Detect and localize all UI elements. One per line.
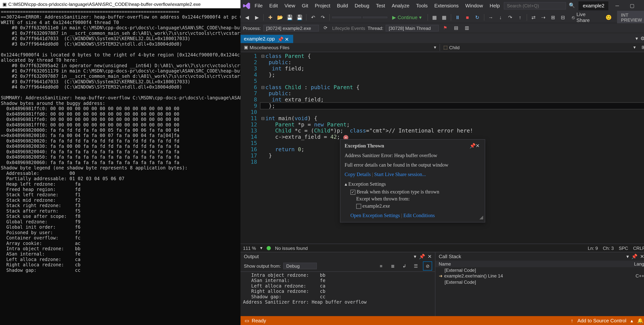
console-titlebar[interactable]: ▣ C:\MSDN\cpp-docs-pr\docs\c-language\AS… bbox=[0, 0, 240, 8]
callstack-row[interactable]: [External Code] bbox=[436, 267, 644, 273]
break-when-checkbox[interactable]: ✓ bbox=[350, 190, 355, 195]
eol-mode[interactable]: CRLF bbox=[633, 246, 644, 250]
lifecycle-label[interactable]: Lifecycle Events bbox=[332, 25, 365, 30]
process-dropdown[interactable]: [30724] example2.exe bbox=[263, 25, 319, 31]
thread-dropdown[interactable]: [30728] Main Thread bbox=[386, 25, 438, 31]
out-wrap-icon[interactable]: ↲ bbox=[400, 262, 408, 270]
menu-analyze[interactable]: Analyze bbox=[388, 1, 413, 10]
liveshare-button[interactable]: ⎋ Live Share bbox=[568, 10, 603, 24]
search-icon[interactable]: 🔍 bbox=[569, 2, 576, 9]
menu-help[interactable]: Help bbox=[486, 1, 503, 10]
flag-icon[interactable]: ⚑ bbox=[441, 24, 450, 32]
redo-icon[interactable]: ↷ bbox=[319, 13, 327, 21]
dbg-hex-icon[interactable]: ▦ bbox=[440, 13, 448, 21]
callstack-col-name[interactable]: Name bbox=[439, 261, 628, 266]
output-close-icon[interactable]: ✕ bbox=[428, 254, 432, 259]
source-control-up-icon[interactable]: ↑ bbox=[571, 318, 573, 324]
start-liveshare-link[interactable]: Start Live Share session... bbox=[374, 171, 426, 177]
project-icon: ▣ bbox=[244, 45, 248, 50]
out-clear-icon[interactable]: ⊘ bbox=[424, 262, 432, 270]
stop-icon[interactable]: ■ bbox=[464, 13, 472, 21]
nav-split-icon[interactable]: ⊞ bbox=[639, 43, 644, 52]
output-pin-icon[interactable]: 📌 bbox=[419, 254, 425, 259]
menu-window[interactable]: Window bbox=[462, 1, 486, 10]
minimize-button[interactable]: ─ bbox=[610, 1, 624, 10]
dbg-winopts-icon[interactable]: ▦ bbox=[430, 13, 438, 21]
new-icon[interactable]: ✚ bbox=[266, 13, 274, 21]
break-all-icon[interactable]: ⏸ bbox=[454, 13, 462, 21]
callstack-dropdown-icon[interactable]: ▾ bbox=[626, 254, 629, 259]
notifications-icon[interactable]: 🔔 bbox=[637, 318, 644, 324]
menu-view[interactable]: View bbox=[281, 1, 298, 10]
nav-back-icon[interactable]: ◀ bbox=[243, 13, 251, 21]
callstack-row[interactable]: ➜example2.exe!main() Line 14C++ bbox=[436, 273, 644, 279]
restart-icon[interactable]: ↻ bbox=[473, 13, 481, 21]
close-tab-icon[interactable]: ✕ bbox=[285, 36, 290, 41]
file-tab-active[interactable]: example2.cpp 📌 ✕ bbox=[240, 35, 293, 43]
exception-close-icon[interactable]: ✕ bbox=[476, 143, 480, 148]
menu-extensions[interactable]: Extensions bbox=[431, 1, 462, 10]
menu-tools[interactable]: Tools bbox=[413, 1, 431, 10]
menu-build[interactable]: Build bbox=[334, 1, 351, 10]
step-out-icon[interactable]: ↑ bbox=[516, 13, 524, 21]
dbg-misc4-icon[interactable]: ⊟ bbox=[559, 13, 567, 21]
issues-label[interactable]: No issues found bbox=[275, 246, 308, 250]
tab-dropdown-icon[interactable]: ▾ bbox=[636, 35, 638, 41]
save-icon[interactable]: 💾 bbox=[286, 13, 294, 21]
open-exc-settings-link[interactable]: Open Exception Settings bbox=[350, 213, 400, 218]
nav-member-dropdown[interactable]: ⬚ Child ▾ bbox=[440, 44, 639, 51]
callstack-col-lang[interactable]: Lang bbox=[628, 261, 644, 266]
menu-git[interactable]: Git bbox=[298, 1, 312, 10]
output-dropdown-icon[interactable]: ▾ bbox=[414, 254, 416, 259]
config-dropdown[interactable] bbox=[332, 16, 361, 18]
source-control-dropdown-icon[interactable]: ▴ bbox=[630, 318, 633, 324]
out-indent-icon[interactable]: ≡ bbox=[377, 262, 385, 270]
stackframe2-icon[interactable]: ▥ bbox=[463, 24, 471, 32]
continue-button[interactable]: ▶ Continue ▾ bbox=[389, 13, 425, 21]
indent-mode[interactable]: SPC bbox=[619, 246, 628, 250]
maximize-button[interactable]: ▢ bbox=[625, 1, 639, 10]
exception-pin-icon[interactable]: 📌 bbox=[470, 143, 474, 148]
except-from-label: Except when thrown from: bbox=[356, 196, 481, 202]
expand-icon[interactable]: ▴ bbox=[345, 181, 347, 187]
resize-grip-icon[interactable]: ◢ bbox=[479, 214, 483, 221]
nav-scope-dropdown[interactable]: ▣ Miscellaneous Files ▾ bbox=[240, 44, 440, 51]
pin-icon[interactable]: 📌 bbox=[278, 36, 282, 41]
show-output-dropdown[interactable]: Debug bbox=[283, 263, 316, 269]
step-into-icon[interactable]: ↓ bbox=[496, 13, 504, 21]
callstack-row[interactable]: [External Code] bbox=[436, 279, 644, 285]
dbg-misc2-icon[interactable]: ⇢ bbox=[539, 13, 547, 21]
code-editor[interactable]: 123456789101112131415161718 ⊟class Paren… bbox=[240, 52, 644, 244]
callstack-close-icon[interactable]: ✕ bbox=[640, 254, 644, 259]
stackframe-icon[interactable]: ▤ bbox=[452, 24, 460, 32]
saveall-icon[interactable]: 💾 bbox=[296, 13, 304, 21]
copy-details-link[interactable]: Copy Details bbox=[345, 171, 371, 177]
edit-conditions-link[interactable]: Edit Conditions bbox=[404, 213, 435, 218]
exception-detail: Full error details can be found in the o… bbox=[345, 162, 481, 168]
nav-fwd-icon[interactable]: ▶ bbox=[253, 13, 261, 21]
undo-icon[interactable]: ↶ bbox=[309, 13, 317, 21]
out-list-icon[interactable]: ☰ bbox=[412, 262, 420, 270]
menu-edit[interactable]: Edit bbox=[266, 1, 281, 10]
step-over-icon[interactable]: ↷ bbox=[506, 13, 514, 21]
menu-project[interactable]: Project bbox=[312, 1, 334, 10]
lifecycle-icon[interactable]: ⟳ bbox=[321, 24, 330, 32]
zoom-dropdown-icon[interactable]: ▾ bbox=[260, 245, 262, 251]
open-icon[interactable]: 📂 bbox=[276, 13, 284, 21]
dbg-misc1-icon[interactable]: ⇄ bbox=[530, 13, 538, 21]
callstack-pin-icon[interactable]: 📌 bbox=[631, 254, 638, 259]
tab-settings-icon[interactable]: ⚙ bbox=[640, 35, 644, 41]
except-item-checkbox[interactable] bbox=[356, 204, 361, 209]
out-outdent-icon[interactable]: ≣ bbox=[388, 262, 397, 270]
dbg-misc3-icon[interactable]: ⊞ bbox=[549, 13, 557, 21]
zoom-level[interactable]: 111 % bbox=[243, 246, 256, 250]
close-button[interactable]: ✕ bbox=[640, 1, 644, 10]
add-source-control[interactable]: Add to Source Control bbox=[577, 318, 626, 324]
feedback-icon[interactable]: 🙂 bbox=[604, 13, 613, 21]
menu-debug[interactable]: Debug bbox=[351, 1, 372, 10]
menu-test[interactable]: Test bbox=[373, 1, 388, 10]
menu-file[interactable]: File bbox=[251, 1, 266, 10]
platform-dropdown[interactable] bbox=[363, 16, 387, 18]
show-next-icon[interactable]: → bbox=[487, 13, 495, 21]
search-input[interactable] bbox=[504, 2, 566, 9]
